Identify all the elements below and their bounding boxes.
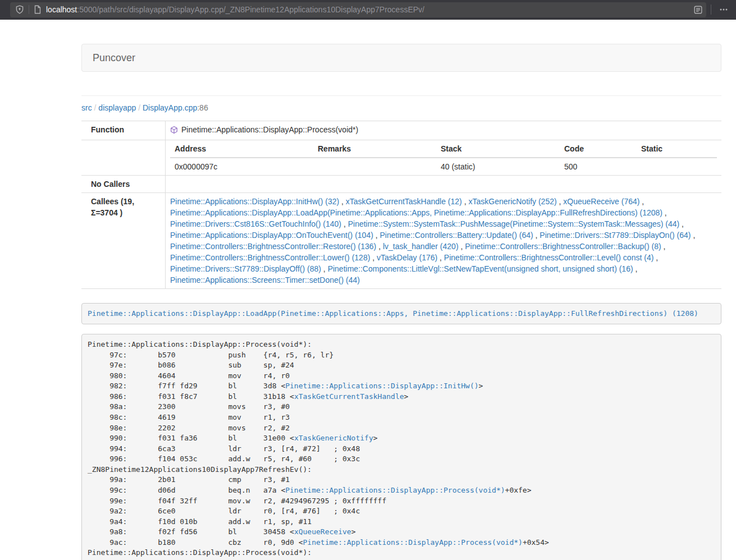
page-icon [34, 5, 42, 14]
url-bar[interactable]: localhost:5000/path/src/displayapp/Displ… [10, 2, 706, 17]
assembly-symbol-link[interactable]: Pinetime::Applications::DisplayApp::Init… [285, 382, 478, 390]
selected-callee-box: Pinetime::Applications::DisplayApp::Load… [81, 303, 721, 325]
callee-link[interactable]: xTaskGetCurrentTaskHandle (12) [346, 197, 462, 206]
callee-separator: , [661, 242, 666, 251]
callee-link[interactable]: Pinetime::Applications::DisplayApp::Init… [170, 197, 339, 206]
assembly-symbol-link[interactable]: xTaskGenericNotify [294, 434, 373, 442]
symbol-cube-icon [170, 126, 178, 134]
callee-link[interactable]: Pinetime::Controllers::BrightnessControl… [465, 242, 661, 251]
app-navbar: Puncover [81, 44, 721, 72]
no-callers-cell [166, 176, 721, 192]
callee-link[interactable]: lv_task_handler (420) [383, 242, 459, 251]
url-path: :5000/path/src/displayapp/DisplayApp.cpp… [77, 5, 424, 14]
page-actions-menu-icon[interactable] [716, 4, 732, 15]
shield-icon[interactable] [15, 5, 24, 14]
callee-separator: , [376, 242, 383, 251]
assembly-symbol-link[interactable]: Pinetime::Applications::DisplayApp::Proc… [303, 538, 523, 547]
metrics-row: Address Remarks Stack Code Static 0x0000… [81, 140, 721, 175]
reader-mode-icon[interactable] [693, 5, 703, 15]
callee-separator: , [679, 219, 684, 228]
callee-link[interactable]: Pinetime::Controllers::BrightnessControl… [170, 242, 376, 251]
callee-separator: , [339, 197, 346, 206]
col-code: Code [560, 140, 637, 158]
browser-chrome: localhost:5000/path/src/displayapp/Displ… [0, 0, 736, 20]
col-static: Static [637, 140, 717, 158]
function-row: Function Pinetime::Applications::Display… [81, 121, 721, 140]
callee-link[interactable]: Pinetime::Drivers::St7789::DisplayOff() … [170, 264, 321, 273]
callee-separator: , [691, 231, 696, 240]
callee-link[interactable]: vTaskDelay (176) [377, 253, 437, 262]
callee-separator: , [370, 253, 377, 262]
static-value [637, 158, 717, 175]
callee-link[interactable]: Pinetime::Drivers::St7789::DisplayOn() (… [540, 231, 691, 240]
assembly-listing: Pinetime::Applications::DisplayApp::Proc… [81, 334, 721, 560]
col-stack: Stack [436, 140, 560, 158]
metrics-cell: Address Remarks Stack Code Static 0x0000… [166, 140, 721, 175]
callee-link[interactable]: Pinetime::Applications::DisplayApp::Load… [170, 208, 662, 217]
callee-link[interactable]: Pinetime::Controllers::BrightnessControl… [444, 253, 653, 262]
callee-link[interactable]: Pinetime::Controllers::BrightnessControl… [170, 253, 370, 262]
no-callers-row: No Callers [81, 175, 721, 192]
callee-separator: , [639, 197, 644, 206]
page-content: Puncover src / displayapp / DisplayApp.c… [81, 44, 721, 560]
url-text[interactable]: localhost:5000/path/src/displayapp/Displ… [46, 5, 693, 14]
remarks-value [313, 158, 436, 175]
stack-value: 40 (static) [436, 158, 560, 175]
breadcrumb-separator: / [92, 103, 99, 112]
callees-list: Pinetime::Applications::DisplayApp::Init… [166, 193, 721, 288]
callee-separator: , [321, 264, 328, 273]
metrics-data-row: 0x0000097c 40 (static) 500 [170, 158, 717, 175]
metrics-header-row: Address Remarks Stack Code Static [170, 140, 717, 158]
function-name: Pinetime::Applications::DisplayApp::Proc… [181, 124, 358, 135]
breadcrumb: src / displayapp / DisplayApp.cpp:86 [81, 102, 721, 113]
callee-link[interactable]: xTaskGenericNotify (252) [468, 197, 556, 206]
callee-separator: , [533, 231, 540, 240]
callee-separator: , [462, 197, 469, 206]
callee-link[interactable]: Pinetime::Applications::Screens::Timer::… [170, 276, 360, 284]
selected-callee-link[interactable]: Pinetime::Applications::DisplayApp::Load… [88, 309, 698, 318]
callee-link[interactable]: Pinetime::Components::LittleVgl::SetNewT… [328, 264, 633, 273]
function-table: Function Pinetime::Applications::Display… [81, 121, 721, 289]
callee-separator: , [459, 242, 465, 251]
symbol-metrics-table: Address Remarks Stack Code Static 0x0000… [170, 140, 717, 175]
toolbar-divider [711, 4, 711, 15]
col-remarks: Remarks [313, 140, 436, 158]
metrics-label-spacer [81, 140, 166, 175]
url-host: localhost [46, 5, 77, 14]
code-value: 500 [560, 158, 637, 175]
col-address: Address [170, 140, 313, 158]
app-title[interactable]: Puncover [93, 52, 135, 63]
assembly-symbol-link[interactable]: xQueueReceive [294, 527, 351, 536]
breadcrumb-line-number: :86 [197, 103, 208, 112]
breadcrumb-link[interactable]: DisplayApp.cpp [143, 103, 197, 112]
function-label: Function [81, 121, 166, 140]
divider [81, 95, 721, 96]
callee-link[interactable]: Pinetime::Drivers::Cst816S::GetTouchInfo… [170, 219, 341, 228]
url-bar-divider [29, 5, 29, 14]
address-value: 0x0000097c [170, 158, 313, 175]
callee-link[interactable]: xQueueReceive (764) [563, 197, 639, 206]
callee-separator: , [653, 253, 658, 262]
callee-separator: , [662, 208, 667, 217]
callee-separator: , [437, 253, 444, 262]
callee-separator: , [341, 219, 348, 228]
breadcrumb-link[interactable]: displayapp [98, 103, 136, 112]
function-name-cell: Pinetime::Applications::DisplayApp::Proc… [166, 121, 721, 140]
callee-link[interactable]: Pinetime::System::SystemTask::PushMessag… [348, 219, 680, 228]
breadcrumb-separator: / [136, 103, 143, 112]
callee-separator: , [373, 231, 380, 240]
assembly-symbol-link[interactable]: xTaskGetCurrentTaskHandle [294, 392, 404, 401]
breadcrumb-link[interactable]: src [81, 103, 92, 112]
callee-link[interactable]: Pinetime::Applications::DisplayApp::OnTo… [170, 231, 373, 240]
callee-separator: , [633, 264, 638, 273]
assembly-symbol-link[interactable]: Pinetime::Applications::DisplayApp::Proc… [285, 486, 505, 494]
screen: localhost:5000/path/src/displayapp/Displ… [0, 0, 736, 560]
callees-label: Callees (19, Σ=3704 ) [81, 193, 166, 288]
no-callers-label: No Callers [81, 176, 166, 192]
callee-link[interactable]: Pinetime::Controllers::Battery::Update()… [380, 231, 533, 240]
callee-separator: , [557, 197, 564, 206]
callees-row: Callees (19, Σ=3704 ) Pinetime::Applicat… [81, 192, 721, 288]
